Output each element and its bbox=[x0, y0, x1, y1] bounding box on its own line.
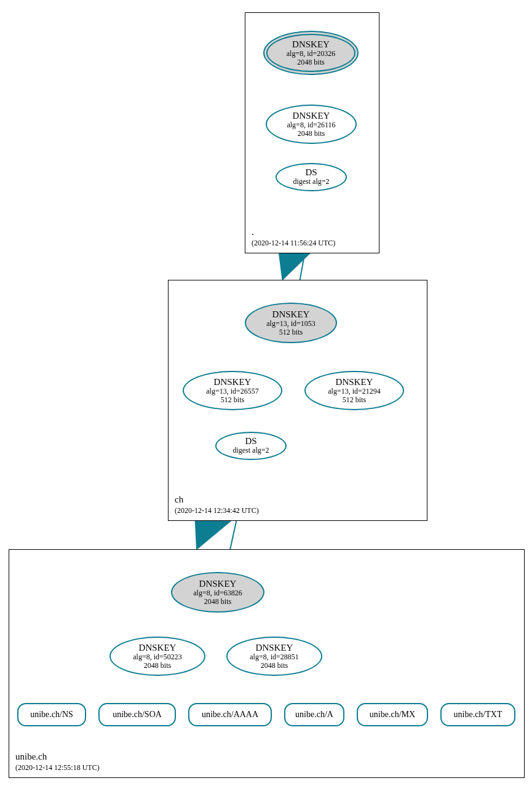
rr-soa: unibe.ch/SOA bbox=[98, 703, 176, 726]
root-zsk-l2: 2048 bits bbox=[266, 130, 357, 138]
unibe-zsk2-title: DNSKEY bbox=[226, 643, 322, 653]
root-ksk: DNSKEY alg=8, id=20326 2048 bits bbox=[263, 31, 359, 75]
ch-ksk-title: DNSKEY bbox=[245, 309, 337, 320]
dnssec-diagram: . (2020-12-14 11:56:24 UTC) DNSKEY alg=8… bbox=[0, 0, 532, 786]
unibe-zsk1-l1: alg=8, id=50223 bbox=[109, 653, 205, 662]
zone-root-ts: (2020-12-14 11:56:24 UTC) bbox=[252, 238, 335, 248]
root-ksk-title: DNSKEY bbox=[263, 39, 359, 50]
zone-unibe-name: unibe.ch bbox=[15, 750, 100, 763]
unibe-ksk-l1: alg=8, id=63826 bbox=[171, 589, 264, 598]
rr-ns: unibe.ch/NS bbox=[17, 703, 86, 726]
rr-ns-label: unibe.ch/NS bbox=[30, 710, 73, 720]
rr-mx-label: unibe.ch/MX bbox=[370, 710, 415, 720]
ch-ksk-l1: alg=13, id=1053 bbox=[245, 320, 337, 328]
ch-zsk1-l1: alg=13, id=26557 bbox=[183, 387, 282, 396]
root-ds-l1: digest alg=2 bbox=[276, 178, 347, 187]
zone-ch-label: ch (2020-12-14 12:34:42 UTC) bbox=[175, 493, 259, 515]
ch-zsk1: DNSKEY alg=13, id=26557 512 bits bbox=[183, 371, 282, 410]
root-ksk-l2: 2048 bits bbox=[263, 58, 359, 67]
ch-ds: DS digest alg=2 bbox=[215, 432, 287, 460]
ch-zsk2-l2: 512 bits bbox=[304, 396, 404, 405]
unibe-zsk2: DNSKEY alg=8, id=28851 2048 bits bbox=[226, 637, 322, 676]
zone-ch-name: ch bbox=[175, 493, 259, 506]
root-ksk-l1: alg=8, id=20326 bbox=[263, 50, 359, 58]
ch-ds-l1: digest alg=2 bbox=[215, 447, 287, 456]
ch-zsk1-l2: 512 bits bbox=[183, 396, 282, 405]
zone-root-name: . bbox=[252, 226, 335, 238]
root-zsk-title: DNSKEY bbox=[266, 111, 357, 121]
zone-unibe-ts: (2020-12-14 12:55:18 UTC) bbox=[15, 763, 100, 772]
unibe-zsk2-l2: 2048 bits bbox=[226, 662, 322, 670]
unibe-zsk1: DNSKEY alg=8, id=50223 2048 bits bbox=[109, 637, 205, 676]
ch-zsk2: DNSKEY alg=13, id=21294 512 bits bbox=[304, 371, 404, 410]
zone-ch-ts: (2020-12-14 12:34:42 UTC) bbox=[175, 506, 259, 515]
zone-unibe-label: unibe.ch (2020-12-14 12:55:18 UTC) bbox=[15, 750, 100, 772]
rr-aaaa: unibe.ch/AAAA bbox=[188, 703, 272, 726]
unibe-zsk1-l2: 2048 bits bbox=[109, 662, 205, 670]
root-zsk: DNSKEY alg=8, id=26116 2048 bits bbox=[266, 105, 357, 144]
zone-root-label: . (2020-12-14 11:56:24 UTC) bbox=[252, 226, 335, 248]
ch-ds-title: DS bbox=[215, 436, 287, 447]
root-ds-title: DS bbox=[276, 167, 347, 178]
root-ds: DS digest alg=2 bbox=[276, 163, 347, 191]
unibe-zsk2-l1: alg=8, id=28851 bbox=[226, 653, 322, 662]
unibe-zsk1-title: DNSKEY bbox=[109, 643, 205, 653]
ch-zsk1-title: DNSKEY bbox=[183, 377, 282, 387]
unibe-ksk-l2: 2048 bits bbox=[171, 598, 264, 606]
rr-a: unibe.ch/A bbox=[284, 703, 344, 726]
root-zsk-l1: alg=8, id=26116 bbox=[266, 121, 357, 130]
rr-soa-label: unibe.ch/SOA bbox=[113, 710, 162, 720]
rr-txt: unibe.ch/TXT bbox=[440, 703, 515, 726]
unibe-ksk-title: DNSKEY bbox=[171, 579, 264, 589]
rr-txt-label: unibe.ch/TXT bbox=[454, 710, 502, 720]
rr-a-label: unibe.ch/A bbox=[295, 710, 333, 720]
unibe-ksk: DNSKEY alg=8, id=63826 2048 bits bbox=[171, 572, 264, 613]
ch-zsk2-l1: alg=13, id=21294 bbox=[304, 387, 404, 396]
ch-zsk2-title: DNSKEY bbox=[304, 377, 404, 387]
ch-ksk-l2: 512 bits bbox=[245, 328, 337, 337]
rr-mx: unibe.ch/MX bbox=[357, 703, 428, 726]
rr-aaaa-label: unibe.ch/AAAA bbox=[202, 710, 258, 720]
ch-ksk: DNSKEY alg=13, id=1053 512 bits bbox=[245, 303, 337, 343]
